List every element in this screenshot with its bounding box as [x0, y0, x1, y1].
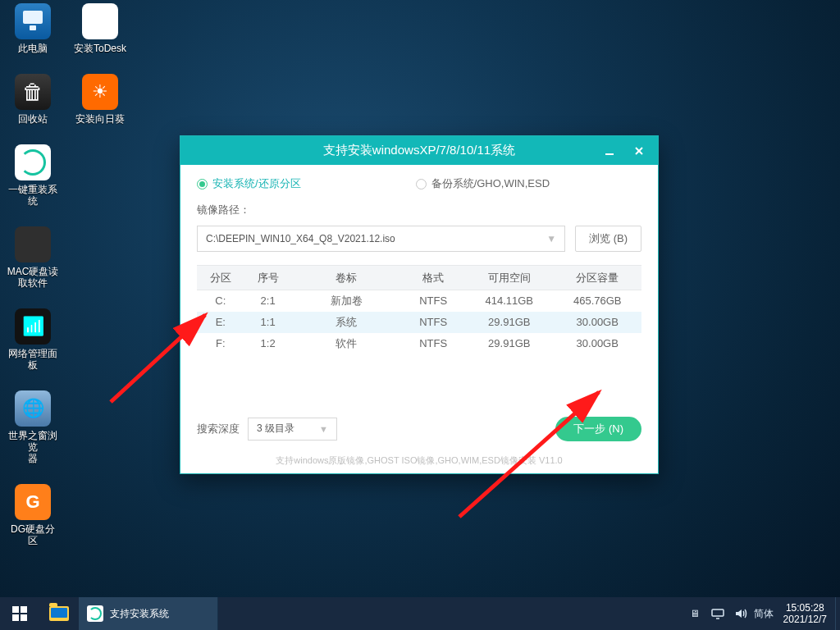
browse-button[interactable]: 浏览 (B) — [575, 226, 641, 252]
tray-volume-icon[interactable] — [729, 597, 752, 630]
desktop-icon-dgdisk[interactable]: DG硬盘分区 — [7, 484, 59, 546]
desktop-icon-recyclebin[interactable]: 回收站 — [7, 74, 59, 125]
radio-backup[interactable]: 备份系统/GHO,WIN,ESD — [416, 176, 550, 191]
tray-ime[interactable]: 简体 — [752, 597, 775, 630]
col-index[interactable]: 序号 — [244, 266, 292, 290]
desktop-icon-netpanel[interactable]: 网络管理面板 — [7, 308, 59, 371]
col-format[interactable]: 格式 — [401, 266, 465, 290]
system-tray: 🖥 简体 15:05:28 2021/12/7 — [683, 597, 840, 630]
image-path-label: 镜像路径： — [197, 203, 641, 217]
partition-table: 分区 序号 卷标 格式 可用空间 分区容量 C:2:1新加卷NTFS414.11… — [197, 265, 641, 354]
installer-window: 支持安装windowsXP/7/8/10/11系统 安装系统/还原分区 备份系统… — [180, 135, 659, 474]
show-desktop-button[interactable] — [835, 597, 840, 630]
window-title: 支持安装windowsXP/7/8/10/11系统 — [323, 143, 515, 158]
svg-rect-5 — [12, 606, 19, 613]
col-size[interactable]: 分区容量 — [554, 266, 642, 290]
svg-rect-9 — [712, 609, 724, 616]
windows-icon — [12, 606, 27, 621]
installer-app-icon — [87, 605, 103, 622]
todesk-icon: T — [82, 3, 118, 39]
start-button[interactable] — [0, 597, 39, 630]
chevron-down-icon: ▼ — [546, 233, 556, 244]
tray-network-icon[interactable] — [706, 597, 729, 630]
next-button[interactable]: 下一步 (N) — [555, 417, 641, 441]
col-volume[interactable]: 卷标 — [292, 266, 402, 290]
col-free[interactable]: 可用空间 — [465, 266, 553, 290]
search-depth-label: 搜索深度 — [197, 422, 240, 436]
taskbar: 支持安装系统 🖥 简体 15:05:28 2021/12/7 — [0, 597, 840, 630]
desktop-icon-thispc[interactable]: 此电脑 — [7, 3, 59, 54]
svg-rect-8 — [21, 614, 27, 621]
tray-monitor-icon[interactable]: 🖥 — [683, 597, 706, 630]
pc-icon — [15, 3, 51, 39]
search-depth-select[interactable]: 3 级目录 ▼ — [248, 418, 337, 441]
table-row[interactable]: F:1:2软件NTFS29.91GB30.00GB — [197, 333, 641, 354]
table-row[interactable]: E:1:1系统NTFS29.91GB30.00GB — [197, 312, 641, 333]
svg-rect-6 — [21, 606, 27, 613]
desktop-icon-browser[interactable]: 世界之窗浏览 器 — [7, 390, 59, 464]
sunflower-icon — [82, 74, 118, 110]
trash-icon — [15, 74, 51, 110]
table-row[interactable]: C:2:1新加卷NTFS414.11GB465.76GB — [197, 290, 641, 312]
image-path-value: C:\DEEPIN_WIN10_X64_Q8_V2021.12.iso — [206, 233, 395, 244]
folder-icon — [49, 606, 69, 621]
taskbar-item-installer[interactable]: 支持安装系统 — [79, 597, 218, 630]
desktop-icon-reinstall[interactable]: 一键重装系统 — [7, 144, 59, 207]
minimize-button[interactable] — [596, 136, 623, 165]
col-partition[interactable]: 分区 — [197, 266, 244, 290]
file-explorer-button[interactable] — [39, 597, 79, 630]
diskgenius-icon — [15, 484, 51, 520]
radio-install-restore[interactable]: 安装系统/还原分区 — [197, 176, 301, 191]
image-path-combo[interactable]: C:\DEEPIN_WIN10_X64_Q8_V2021.12.iso ▼ — [197, 226, 565, 252]
desktop-icon-sunlogin[interactable]: 安装向日葵 — [74, 74, 126, 125]
radio-dot-icon — [197, 179, 208, 189]
close-button[interactable] — [625, 136, 653, 165]
desktop-icon-mac[interactable]: MAC硬盘读 取软件 — [7, 226, 59, 289]
desktop-icons: 此电脑 T安装ToDesk 回收站 安装向日葵 一键重装系统 MAC硬盘读 取软… — [7, 3, 126, 546]
apple-icon — [15, 226, 51, 262]
svg-rect-7 — [12, 614, 19, 621]
titlebar[interactable]: 支持安装windowsXP/7/8/10/11系统 — [180, 136, 658, 165]
radio-dot-icon — [416, 179, 427, 189]
globe-icon — [15, 390, 51, 427]
footer-text: 支持windows原版镜像,GHOST ISO镜像,GHO,WIM,ESD镜像安… — [197, 454, 641, 467]
chevron-down-icon: ▼ — [319, 424, 328, 434]
desktop-icon-todesk[interactable]: T安装ToDesk — [74, 3, 126, 54]
network-icon — [15, 308, 51, 345]
reinstall-icon — [15, 144, 51, 180]
tray-clock[interactable]: 15:05:28 2021/12/7 — [775, 602, 835, 625]
